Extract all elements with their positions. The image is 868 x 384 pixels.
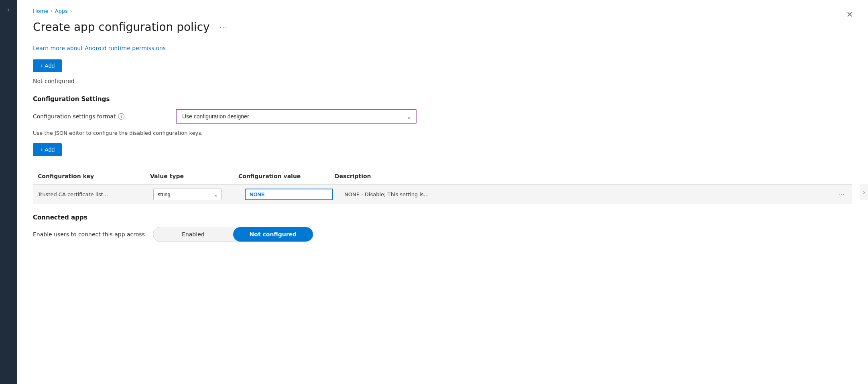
page-header: Create app configuration policy ··· <box>33 20 852 34</box>
col-header-key: Configuration key <box>38 171 150 181</box>
row-description-cell: NONE - Disable; This setting is... ··· <box>344 189 847 201</box>
config-format-select-wrapper: Use configuration designer Enter JSON da… <box>176 109 417 124</box>
config-table: Configuration key Value type Configurati… <box>33 168 852 204</box>
toggle-label: Enable users to connect this app across <box>33 231 145 238</box>
col-header-value: Configuration value <box>238 171 335 181</box>
col-header-desc: Description <box>335 171 847 181</box>
config-value-input[interactable] <box>245 189 333 200</box>
breadcrumb-sep-1: › <box>51 8 52 14</box>
toggle-switch: Enabled Not configured <box>153 227 313 242</box>
breadcrumb-home[interactable]: Home <box>33 8 48 14</box>
page-more-button[interactable]: ··· <box>216 21 231 33</box>
breadcrumb-sep-2: › <box>70 8 72 14</box>
config-settings-title: Configuration Settings <box>33 95 852 103</box>
toggle-enabled-option[interactable]: Enabled <box>153 227 233 242</box>
value-type-select-wrapper: string integer boolean ⌄ <box>153 189 222 200</box>
connected-apps-section: Connected apps Enable users to connect t… <box>33 214 852 242</box>
value-type-select[interactable]: string integer boolean <box>153 189 222 200</box>
config-format-select[interactable]: Use configuration designer Enter JSON da… <box>176 109 417 124</box>
main-content: ✕ › Home › Apps › Create app configurati… <box>17 0 868 384</box>
add-second-button[interactable]: + Add <box>33 143 62 156</box>
collapse-sidebar-icon[interactable]: ‹ <box>7 6 10 13</box>
config-format-label: Configuration settings format i <box>33 113 169 120</box>
toggle-row: Enable users to connect this app across … <box>33 227 852 242</box>
connected-apps-title: Connected apps <box>33 214 852 221</box>
sidebar: ‹ <box>0 0 17 384</box>
breadcrumb: Home › Apps › <box>33 8 852 14</box>
format-info-icon[interactable]: i <box>118 113 124 120</box>
table-row: Trusted CA certificate list... string in… <box>33 185 852 204</box>
json-helper-text: Use the JSON editor to configure the dis… <box>33 130 852 136</box>
close-button[interactable]: ✕ <box>843 8 856 21</box>
row-value-type-cell: string integer boolean ⌄ <box>153 187 242 202</box>
table-header-row: Configuration key Value type Configurati… <box>33 168 852 185</box>
add-first-button[interactable]: + Add <box>33 59 62 72</box>
not-configured-label: Not configured <box>33 78 852 84</box>
row-config-value-cell <box>245 187 341 202</box>
learn-more-link[interactable]: Learn more about Android runtime permiss… <box>33 45 166 51</box>
col-header-type: Value type <box>150 171 238 181</box>
row-config-key: Trusted CA certificate list... <box>38 190 150 199</box>
close-icon: ✕ <box>846 10 853 19</box>
description-text: NONE - Disable; This setting is... <box>344 191 429 197</box>
toggle-not-configured-option[interactable]: Not configured <box>233 227 313 242</box>
breadcrumb-apps[interactable]: Apps <box>55 8 68 14</box>
page-title: Create app configuration policy <box>33 20 210 34</box>
row-more-button[interactable]: ··· <box>836 190 847 199</box>
expand-panel-icon: › <box>860 184 868 200</box>
config-format-row: Configuration settings format i Use conf… <box>33 109 852 124</box>
